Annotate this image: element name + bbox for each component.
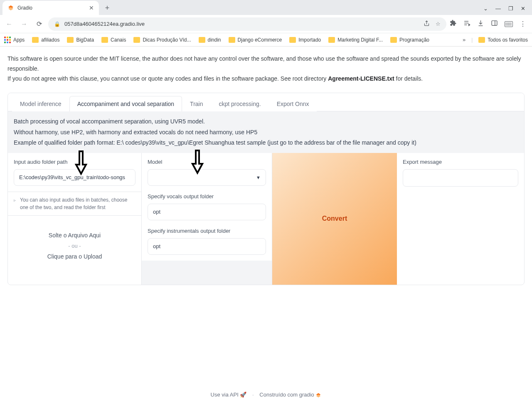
folder-icon <box>229 37 235 43</box>
tab-title: Gradio <box>17 5 86 11</box>
tab-row: Model inference Accompaniment and vocal … <box>8 93 524 111</box>
maximize-icon[interactable]: ❐ <box>508 5 513 12</box>
apps-icon <box>4 37 11 43</box>
help-row[interactable]: ▹ You can also input audio files in batc… <box>8 192 141 216</box>
column-export: Export message <box>397 153 524 285</box>
url-text: 057d8a4604652124ea.gradio.live <box>64 21 145 27</box>
use-via-api-link[interactable]: Use via API 🚀 <box>211 392 248 398</box>
bookmark-star-icon[interactable]: ☆ <box>436 21 441 27</box>
rocket-icon: 🚀 <box>240 392 246 398</box>
bookmark-canais[interactable]: Canais <box>101 37 126 43</box>
caret-down-icon: ▼ <box>256 175 261 180</box>
close-tab-icon[interactable]: ✕ <box>89 5 94 11</box>
model-select[interactable]: ▼ <box>148 169 266 186</box>
bookmarks-bar: Apps afiliados BigData Canais Dicas Prod… <box>0 33 532 47</box>
bookmark-dicas[interactable]: Dicas Produção Víd... <box>133 37 191 43</box>
bookmark-importado[interactable]: Importado <box>289 37 321 43</box>
bookmark-bigdata[interactable]: BigData <box>67 37 94 43</box>
minimize-icon[interactable]: ― <box>495 5 501 12</box>
extensions-icon[interactable] <box>450 20 457 28</box>
forward-button[interactable]: → <box>18 18 30 30</box>
window-controls: ⌄ ― ❐ ✕ <box>483 5 532 15</box>
reload-button[interactable]: ⟳ <box>33 18 45 30</box>
bookmark-django[interactable]: Django eCommerce <box>229 37 282 43</box>
columns-wrap: Input audio folder path ▹ You can also i… <box>8 153 524 285</box>
annotation-arrow-input <box>74 150 88 176</box>
folder-icon <box>199 37 205 43</box>
vocals-output-field[interactable] <box>148 204 266 220</box>
tab-accompaniment[interactable]: Accompaniment and vocal separation <box>69 96 182 111</box>
close-window-icon[interactable]: ✕ <box>521 5 525 12</box>
vocals-output-label: Specify vocals output folder <box>148 193 266 200</box>
annotation-arrow-model <box>191 149 204 175</box>
svg-marker-1 <box>8 7 13 10</box>
chevron-right-icon: ▹ <box>14 197 16 203</box>
folder-icon <box>328 37 335 43</box>
playlist-icon[interactable] <box>463 20 470 28</box>
column-spacer <box>142 261 272 285</box>
browser-tab[interactable]: Gradio ✕ <box>2 1 99 15</box>
bookmark-afiliados[interactable]: afiliados <box>32 37 59 43</box>
gradio-favicon <box>7 5 14 11</box>
svg-rect-6 <box>492 21 497 25</box>
browser-toolbar: ← → ⟳ 🔒 057d8a4604652124ea.gradio.live ☆… <box>0 15 532 33</box>
page-content: This software is open source under the M… <box>0 47 532 285</box>
tab-train[interactable]: Train <box>182 96 211 111</box>
column-input-audio: Input audio folder path ▹ You can also i… <box>8 153 142 285</box>
export-message-output <box>403 169 518 187</box>
keyboard-icon[interactable] <box>505 21 513 27</box>
export-message-label: Export message <box>403 159 518 165</box>
tab-ckpt[interactable]: ckpt processing. <box>211 96 268 111</box>
svg-marker-5 <box>469 24 470 26</box>
folder-icon <box>101 37 108 43</box>
help-text: You can also input audio files in batche… <box>20 196 135 211</box>
disclaimer-text: This software is open source under the M… <box>7 54 525 84</box>
lock-icon: 🔒 <box>54 21 60 27</box>
sidepanel-icon[interactable] <box>491 20 498 28</box>
instrumentals-output-field[interactable] <box>148 238 266 255</box>
menu-icon[interactable]: ⋮ <box>520 20 526 28</box>
address-bar[interactable]: 🔒 057d8a4604652124ea.gradio.live ☆ <box>48 17 446 31</box>
built-with-gradio-link[interactable]: Construído com gradio <box>259 392 321 398</box>
gradio-tabs-container: Model inference Accompaniment and vocal … <box>7 93 525 285</box>
column-model: Model ▼ Specify vocals output folder Spe… <box>142 153 272 285</box>
apps-shortcut[interactable]: Apps <box>4 37 25 43</box>
tab-model-inference[interactable]: Model inference <box>12 96 69 111</box>
all-bookmarks-button[interactable]: Todos os favoritos <box>478 37 528 43</box>
folder-icon <box>390 37 397 43</box>
info-banner: Batch processing of vocal accompaniment … <box>8 111 524 153</box>
model-label: Model <box>148 159 266 165</box>
folder-icon <box>67 37 74 43</box>
bookmarks-overflow-icon[interactable]: » <box>463 37 466 43</box>
gradio-logo-icon <box>315 392 321 398</box>
new-tab-button[interactable]: + <box>101 2 113 14</box>
folder-icon <box>478 37 485 43</box>
footer: Use via API 🚀 · Construído com gradio <box>0 392 532 398</box>
bookmark-marketing[interactable]: Marketing Digital F... <box>328 37 383 43</box>
bookmark-dindin[interactable]: dindin <box>199 37 221 43</box>
instrumentals-output-label: Specify instrumentals output folder <box>148 228 266 234</box>
bookmark-programacao[interactable]: Programação <box>390 37 429 43</box>
folder-icon <box>32 37 39 43</box>
tabs-dropdown-icon[interactable]: ⌄ <box>483 5 488 12</box>
convert-button[interactable]: Convert <box>272 153 397 285</box>
tab-export-onnx[interactable]: Export Onnx <box>269 96 317 111</box>
file-dropzone[interactable]: Solte o Arquivo Aqui - ou - Clique para … <box>14 216 135 276</box>
folder-icon <box>289 37 296 43</box>
folder-icon <box>133 37 140 43</box>
back-button[interactable]: ← <box>3 18 15 30</box>
browser-titlebar: Gradio ✕ + ⌄ ― ❐ ✕ <box>0 0 532 15</box>
downloads-icon[interactable] <box>477 20 484 28</box>
column-convert: Convert <box>272 153 397 285</box>
share-icon[interactable] <box>424 20 430 28</box>
